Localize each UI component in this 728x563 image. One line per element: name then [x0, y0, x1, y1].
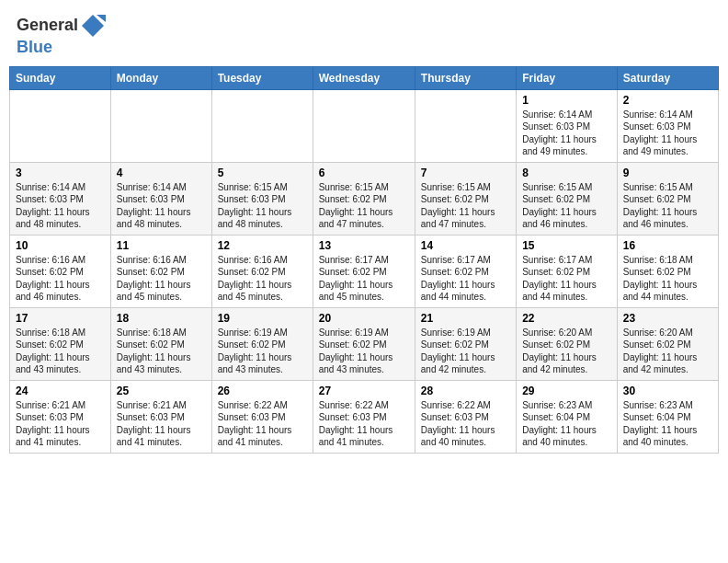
day-info: Sunrise: 6:15 AM Sunset: 6:02 PM Dayligh…: [421, 181, 510, 231]
day-number: 6: [319, 167, 409, 179]
day-info: Sunrise: 6:22 AM Sunset: 6:03 PM Dayligh…: [319, 399, 409, 449]
day-info: Sunrise: 6:17 AM Sunset: 6:02 PM Dayligh…: [319, 254, 409, 304]
day-cell: 2Sunrise: 6:14 AM Sunset: 6:03 PM Daylig…: [617, 89, 718, 162]
day-info: Sunrise: 6:14 AM Sunset: 6:03 PM Dayligh…: [623, 109, 712, 158]
logo-blue: Blue: [17, 38, 52, 56]
day-cell: 30Sunrise: 6:23 AM Sunset: 6:04 PM Dayli…: [617, 380, 718, 453]
day-number: 16: [623, 239, 712, 252]
day-info: Sunrise: 6:17 AM Sunset: 6:02 PM Dayligh…: [421, 254, 510, 304]
day-number: 24: [16, 385, 105, 397]
day-cell: 20Sunrise: 6:19 AM Sunset: 6:02 PM Dayli…: [313, 307, 415, 380]
day-info: Sunrise: 6:16 AM Sunset: 6:02 PM Dayligh…: [218, 254, 307, 304]
day-number: 10: [16, 239, 105, 252]
day-info: Sunrise: 6:14 AM Sunset: 6:03 PM Dayligh…: [522, 109, 611, 158]
day-number: 28: [421, 385, 510, 397]
day-info: Sunrise: 6:17 AM Sunset: 6:02 PM Dayligh…: [522, 254, 611, 304]
week-row-4: 17Sunrise: 6:18 AM Sunset: 6:02 PM Dayli…: [10, 307, 719, 380]
day-cell: 6Sunrise: 6:15 AM Sunset: 6:02 PM Daylig…: [313, 162, 415, 235]
day-cell: 11Sunrise: 6:16 AM Sunset: 6:02 PM Dayli…: [110, 235, 211, 307]
day-info: Sunrise: 6:15 AM Sunset: 6:03 PM Dayligh…: [218, 181, 307, 231]
day-info: Sunrise: 6:16 AM Sunset: 6:02 PM Dayligh…: [117, 254, 206, 304]
calendar-table: SundayMondayTuesdayWednesdayThursdayFrid…: [9, 66, 719, 454]
day-number: 13: [319, 239, 409, 252]
col-header-sunday: Sunday: [10, 66, 111, 89]
day-number: 29: [522, 385, 611, 397]
day-number: 12: [218, 239, 307, 252]
day-info: Sunrise: 6:20 AM Sunset: 6:02 PM Dayligh…: [522, 327, 611, 376]
day-info: Sunrise: 6:18 AM Sunset: 6:02 PM Dayligh…: [117, 327, 206, 376]
day-info: Sunrise: 6:22 AM Sunset: 6:03 PM Dayligh…: [218, 399, 307, 449]
day-info: Sunrise: 6:20 AM Sunset: 6:02 PM Dayligh…: [623, 327, 712, 376]
day-info: Sunrise: 6:21 AM Sunset: 6:03 PM Dayligh…: [16, 399, 105, 449]
day-number: 14: [421, 239, 510, 252]
day-info: Sunrise: 6:21 AM Sunset: 6:03 PM Dayligh…: [117, 399, 206, 449]
day-number: 2: [623, 94, 712, 107]
day-info: Sunrise: 6:19 AM Sunset: 6:02 PM Dayligh…: [319, 327, 409, 376]
day-info: Sunrise: 6:14 AM Sunset: 6:03 PM Dayligh…: [117, 181, 206, 231]
logo-blue-text: Blue: [17, 39, 106, 57]
day-number: 1: [522, 94, 611, 107]
day-cell: 23Sunrise: 6:20 AM Sunset: 6:02 PM Dayli…: [617, 307, 718, 380]
day-cell: 4Sunrise: 6:14 AM Sunset: 6:03 PM Daylig…: [110, 162, 211, 235]
day-cell: [110, 89, 211, 162]
col-header-monday: Monday: [110, 66, 211, 89]
day-number: 15: [522, 239, 611, 252]
day-number: 9: [623, 167, 712, 179]
day-cell: 16Sunrise: 6:18 AM Sunset: 6:02 PM Dayli…: [617, 235, 718, 307]
svg-marker-0: [82, 15, 104, 37]
week-row-5: 24Sunrise: 6:21 AM Sunset: 6:03 PM Dayli…: [10, 380, 719, 453]
day-info: Sunrise: 6:15 AM Sunset: 6:02 PM Dayligh…: [319, 181, 409, 231]
col-header-saturday: Saturday: [617, 66, 718, 89]
col-header-wednesday: Wednesday: [313, 66, 415, 89]
day-info: Sunrise: 6:14 AM Sunset: 6:03 PM Dayligh…: [16, 181, 105, 231]
day-number: 3: [16, 167, 105, 179]
day-info: Sunrise: 6:18 AM Sunset: 6:02 PM Dayligh…: [623, 254, 712, 304]
day-number: 20: [319, 312, 409, 325]
col-header-friday: Friday: [517, 66, 618, 89]
day-cell: 29Sunrise: 6:23 AM Sunset: 6:04 PM Dayli…: [517, 380, 618, 453]
day-cell: 3Sunrise: 6:14 AM Sunset: 6:03 PM Daylig…: [10, 162, 111, 235]
day-cell: [313, 89, 415, 162]
day-cell: 26Sunrise: 6:22 AM Sunset: 6:03 PM Dayli…: [211, 380, 313, 453]
day-info: Sunrise: 6:19 AM Sunset: 6:02 PM Dayligh…: [218, 327, 307, 376]
day-number: 18: [117, 312, 206, 325]
day-number: 22: [522, 312, 611, 325]
day-cell: 24Sunrise: 6:21 AM Sunset: 6:03 PM Dayli…: [10, 380, 111, 453]
day-cell: 17Sunrise: 6:18 AM Sunset: 6:02 PM Dayli…: [10, 307, 111, 380]
day-info: Sunrise: 6:19 AM Sunset: 6:02 PM Dayligh…: [421, 327, 510, 376]
col-header-thursday: Thursday: [415, 66, 516, 89]
week-row-3: 10Sunrise: 6:16 AM Sunset: 6:02 PM Dayli…: [10, 235, 719, 307]
week-row-2: 3Sunrise: 6:14 AM Sunset: 6:03 PM Daylig…: [10, 162, 719, 235]
day-cell: 15Sunrise: 6:17 AM Sunset: 6:02 PM Dayli…: [517, 235, 618, 307]
day-cell: 1Sunrise: 6:14 AM Sunset: 6:03 PM Daylig…: [517, 89, 618, 162]
day-cell: [211, 89, 313, 162]
day-number: 5: [218, 167, 307, 179]
day-number: 7: [421, 167, 510, 179]
day-cell: 9Sunrise: 6:15 AM Sunset: 6:02 PM Daylig…: [617, 162, 718, 235]
day-cell: 7Sunrise: 6:15 AM Sunset: 6:02 PM Daylig…: [415, 162, 516, 235]
day-cell: 5Sunrise: 6:15 AM Sunset: 6:03 PM Daylig…: [211, 162, 313, 235]
day-number: 27: [319, 385, 409, 397]
day-info: Sunrise: 6:18 AM Sunset: 6:02 PM Dayligh…: [16, 327, 105, 376]
day-cell: 19Sunrise: 6:19 AM Sunset: 6:02 PM Dayli…: [211, 307, 313, 380]
day-number: 21: [421, 312, 510, 325]
day-cell: 8Sunrise: 6:15 AM Sunset: 6:02 PM Daylig…: [517, 162, 618, 235]
day-cell: [415, 89, 516, 162]
calendar-header-row: SundayMondayTuesdayWednesdayThursdayFrid…: [10, 66, 719, 89]
day-cell: 12Sunrise: 6:16 AM Sunset: 6:02 PM Dayli…: [211, 235, 313, 307]
day-cell: [10, 89, 111, 162]
logo-icon: [80, 13, 106, 39]
day-cell: 10Sunrise: 6:16 AM Sunset: 6:02 PM Dayli…: [10, 235, 111, 307]
day-number: 25: [117, 385, 206, 397]
logo-text: General: [17, 13, 106, 39]
day-info: Sunrise: 6:23 AM Sunset: 6:04 PM Dayligh…: [522, 399, 611, 449]
day-info: Sunrise: 6:23 AM Sunset: 6:04 PM Dayligh…: [623, 399, 712, 449]
day-info: Sunrise: 6:16 AM Sunset: 6:02 PM Dayligh…: [16, 254, 105, 304]
page-header: General Blue: [9, 9, 719, 61]
day-number: 4: [117, 167, 206, 179]
day-cell: 14Sunrise: 6:17 AM Sunset: 6:02 PM Dayli…: [415, 235, 516, 307]
day-cell: 28Sunrise: 6:22 AM Sunset: 6:03 PM Dayli…: [415, 380, 516, 453]
logo-general: General: [17, 17, 78, 35]
logo: General Blue: [17, 13, 106, 57]
day-info: Sunrise: 6:15 AM Sunset: 6:02 PM Dayligh…: [522, 181, 611, 231]
